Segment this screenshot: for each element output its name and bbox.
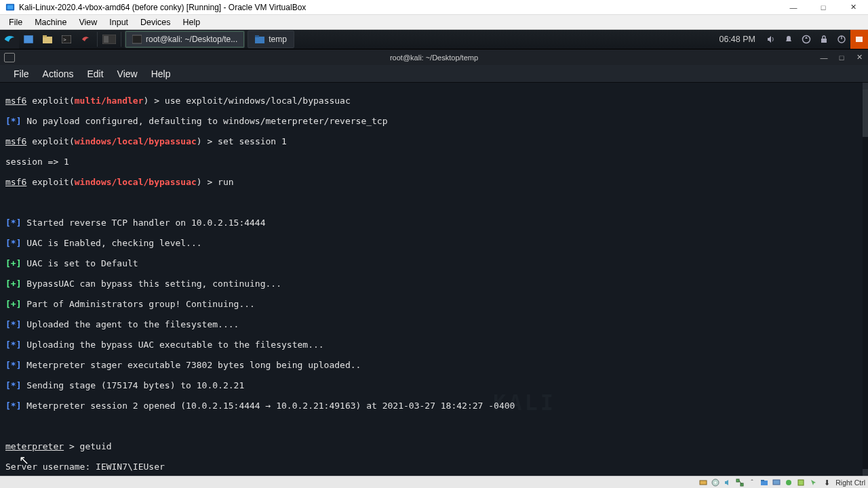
terminal-maximize-button[interactable]: □ <box>833 49 850 66</box>
terminal-icon <box>132 35 142 44</box>
vbox-recording-icon[interactable] <box>783 478 794 487</box>
show-desktop-button[interactable] <box>19 30 38 49</box>
svg-point-19 <box>715 481 717 483</box>
volume-icon[interactable] <box>762 30 780 49</box>
vbox-menu-input[interactable]: Input <box>103 16 134 28</box>
terminal-launcher[interactable]: > <box>57 30 76 49</box>
vbox-hostkey-modifier: ⬇ <box>824 479 830 487</box>
terminal-menu-edit[interactable]: Edit <box>80 66 110 81</box>
vbox-display-icon[interactable] <box>771 478 782 487</box>
terminal-menu-file[interactable]: File <box>7 66 36 81</box>
scrollbar-thumb[interactable] <box>863 89 868 137</box>
terminal-titlebar[interactable]: root@kali: ~/Desktop/temp — □ ✕ <box>0 49 868 65</box>
power-icon[interactable] <box>833 30 850 49</box>
taskbar-button-terminal[interactable]: root@kali: ~/Desktop/te... <box>125 30 245 48</box>
scrollbar-down-arrow[interactable] <box>863 469 868 476</box>
terminal-menu-bar: File Actions Edit View Help <box>0 65 868 83</box>
terminal-title: root@kali: ~/Desktop/temp <box>390 54 478 62</box>
svg-rect-4 <box>43 35 47 37</box>
svg-rect-11 <box>255 35 259 37</box>
svg-rect-17 <box>700 481 707 485</box>
host-maximize-button[interactable]: □ <box>808 0 838 15</box>
svg-rect-8 <box>104 36 108 43</box>
vbox-optical-icon[interactable] <box>710 478 721 487</box>
svg-rect-1 <box>7 5 14 9</box>
host-window-titlebar: Kali-Linux-2020.4-vbox-amd64 (before con… <box>0 0 868 15</box>
virtualbox-status-bar: ⬇ Right Ctrl <box>0 476 868 488</box>
terminal-menu-actions[interactable]: Actions <box>36 66 81 81</box>
terminal-menu-view[interactable]: View <box>111 66 144 81</box>
vbox-shared-folders-icon[interactable] <box>759 478 770 487</box>
vbox-usb-icon[interactable] <box>747 478 757 487</box>
panel-separator <box>121 32 121 47</box>
notifications-icon[interactable] <box>780 30 797 49</box>
scrollbar-up-arrow[interactable] <box>863 83 868 89</box>
svg-rect-16 <box>856 37 863 42</box>
svg-rect-25 <box>773 480 780 485</box>
terminal-scrollbar[interactable] <box>863 83 868 476</box>
vbox-audio-icon[interactable] <box>722 478 733 487</box>
kali-applications-menu[interactable] <box>0 30 19 49</box>
host-window-title: Kali-Linux-2020.4-vbox-amd64 (before con… <box>19 3 778 12</box>
svg-rect-9 <box>132 35 142 43</box>
taskbar-button-folder[interactable]: temp <box>248 30 294 48</box>
svg-rect-10 <box>255 37 264 43</box>
host-minimize-button[interactable]: — <box>778 0 808 15</box>
terminal-close-button[interactable]: ✕ <box>850 49 868 66</box>
panel-updater-icon[interactable] <box>850 30 868 49</box>
terminal-window-icon <box>4 53 15 62</box>
vbox-network-icon[interactable] <box>734 478 745 487</box>
vbox-mouse-integration-icon[interactable] <box>808 478 818 487</box>
virtualbox-app-icon <box>5 3 15 12</box>
vbox-hard-disk-icon[interactable] <box>698 478 709 487</box>
kali-launcher[interactable] <box>76 30 95 49</box>
file-manager-launcher[interactable] <box>38 30 57 49</box>
taskbar-button-label: root@kali: ~/Desktop/te... <box>146 35 237 44</box>
virtualbox-menu-bar: File Machine View Input Devices Help <box>0 15 868 30</box>
folder-icon <box>255 35 264 44</box>
vbox-hostkey-label: Right Ctrl <box>835 479 865 487</box>
terminal-menu-help[interactable]: Help <box>144 66 178 81</box>
svg-rect-20 <box>736 479 739 482</box>
panel-separator <box>97 32 98 47</box>
vbox-menu-view[interactable]: View <box>73 16 103 28</box>
kali-top-panel: > root@kali: ~/Desktop/te... temp 06:48 … <box>0 30 868 49</box>
panel-clock[interactable]: 06:48 PM <box>712 35 762 44</box>
vbox-menu-machine[interactable]: Machine <box>28 16 73 28</box>
host-close-button[interactable]: ✕ <box>838 0 868 15</box>
vbox-menu-devices[interactable]: Devices <box>134 16 176 28</box>
svg-rect-3 <box>43 37 52 43</box>
vbox-cpu-icon[interactable] <box>795 478 806 487</box>
svg-rect-23 <box>761 481 768 485</box>
svg-text:>: > <box>63 37 66 43</box>
svg-rect-27 <box>798 480 804 485</box>
updates-icon[interactable] <box>797 30 815 49</box>
svg-rect-24 <box>761 480 764 481</box>
svg-rect-2 <box>24 35 33 43</box>
workspace-switcher[interactable] <box>100 30 119 49</box>
lock-icon[interactable] <box>815 30 833 49</box>
terminal-minimize-button[interactable]: — <box>815 49 833 66</box>
vbox-menu-file[interactable]: File <box>3 16 28 28</box>
svg-point-26 <box>786 480 791 485</box>
terminal-output[interactable]: msf6 exploit(multi/handler) > use exploi… <box>0 83 868 476</box>
svg-rect-13 <box>821 39 827 43</box>
taskbar-button-label: temp <box>269 35 287 44</box>
vbox-menu-help[interactable]: Help <box>177 16 207 28</box>
